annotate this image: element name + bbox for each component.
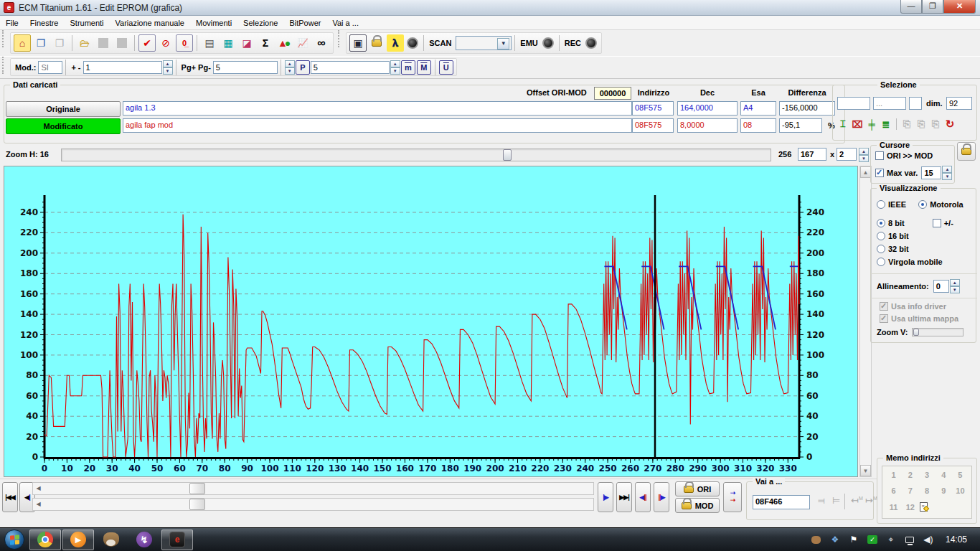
eprom-graph[interactable]: 0020204040606080801001001201201401401601…: [4, 166, 858, 477]
percent-spinner[interactable]: ▲▼: [390, 60, 400, 75]
cursor-position-field[interactable]: 167: [798, 148, 826, 161]
taskbar-bittorrent[interactable]: ↯: [128, 529, 160, 550]
menu-file[interactable]: File: [0, 16, 24, 30]
percent-field[interactable]: 5: [311, 61, 390, 74]
start-button[interactable]: [1, 529, 28, 550]
memo-10[interactable]: 10: [952, 486, 969, 497]
select-width-icon[interactable]: ╪: [864, 117, 879, 131]
scroll-thumb-bottom[interactable]: [189, 499, 205, 510]
next-diff-button[interactable]: ||▶: [654, 482, 669, 512]
memo-6[interactable]: 6: [885, 486, 902, 497]
no-entry-icon[interactable]: ⊘: [157, 34, 174, 52]
max-var-spinner[interactable]: ▲▼: [942, 166, 952, 180]
menu-selezione[interactable]: Selezione: [237, 16, 283, 30]
tray-satellite-icon[interactable]: ⌖: [885, 534, 897, 545]
menu-finestre[interactable]: Finestre: [24, 16, 65, 30]
tray-update-icon[interactable]: ❖: [829, 534, 841, 545]
refresh-icon[interactable]: ↻: [943, 117, 957, 131]
memo-2[interactable]: 2: [902, 471, 918, 481]
max-value-icon[interactable]: M: [417, 60, 431, 75]
tray-volume-icon[interactable]: ◀): [923, 534, 934, 545]
zoom-v-slider[interactable]: [912, 328, 963, 336]
menu-vai-a[interactable]: Vai a ...: [326, 16, 364, 30]
step-forward-button[interactable]: |▶: [598, 482, 613, 512]
graph-lock-button[interactable]: [957, 142, 976, 161]
cascade-windows-icon[interactable]: ❐: [32, 34, 50, 52]
min-value-icon[interactable]: m: [401, 60, 415, 75]
plusminus-checkbox[interactable]: [933, 219, 941, 227]
selection-end-field[interactable]: ...: [873, 97, 906, 110]
zoom-h-thumb[interactable]: [503, 149, 512, 161]
bit32-radio[interactable]: [877, 245, 885, 253]
run-walker-icon[interactable]: 𝛌: [387, 34, 404, 52]
vai-a-address-field[interactable]: 08F466: [753, 495, 810, 509]
minimize-button[interactable]: —: [900, 0, 922, 14]
virgola-radio[interactable]: [877, 258, 885, 266]
scroll-thumb-top[interactable]: [189, 483, 205, 494]
step-field[interactable]: 1: [83, 61, 162, 74]
home-icon[interactable]: ⌂: [14, 34, 31, 52]
scroll-down-icon[interactable]: ▼: [860, 465, 871, 476]
zoom-v-thumb[interactable]: [913, 329, 919, 336]
select-rows-icon[interactable]: ≣: [879, 117, 893, 131]
percent-p-icon[interactable]: P: [296, 60, 310, 75]
offset-ori-mod-value[interactable]: 000000: [594, 87, 631, 100]
motorola-radio[interactable]: [918, 200, 927, 209]
compare-chart-button[interactable]: ➝➝: [723, 482, 742, 512]
tray-flag-icon[interactable]: ⚑: [848, 534, 859, 545]
undo-icon[interactable]: U: [439, 60, 453, 75]
memo-note-icon[interactable]: ≡: [918, 503, 935, 514]
zoom-h-slider[interactable]: [61, 149, 771, 161]
bit8-radio[interactable]: [877, 219, 885, 227]
ori-lock-button[interactable]: ORI: [675, 481, 720, 496]
toolbar2-grip[interactable]: [2, 57, 5, 74]
modificato-button[interactable]: Modificato: [6, 118, 121, 134]
multiplier-field[interactable]: 2: [837, 148, 857, 161]
step-spinner[interactable]: ▲▼: [163, 60, 173, 75]
lock-icon[interactable]: [368, 34, 385, 52]
originale-name-field[interactable]: agila 1.3: [123, 101, 632, 116]
memo-12[interactable]: 12: [902, 503, 918, 514]
allineamento-spinner[interactable]: ▲▼: [950, 279, 960, 293]
edit-map-icon[interactable]: ◪: [238, 34, 255, 52]
ieee-radio[interactable]: [877, 200, 885, 209]
memo-1[interactable]: 1: [885, 471, 902, 481]
taskbar-chrome[interactable]: [29, 529, 61, 550]
bit16-radio[interactable]: [877, 232, 885, 240]
close-button[interactable]: ✕: [943, 0, 976, 14]
originale-button[interactable]: Originale: [6, 101, 121, 117]
scan-dropdown[interactable]: [456, 36, 512, 50]
memo-9[interactable]: 9: [936, 486, 952, 497]
memo-8[interactable]: 8: [918, 486, 935, 497]
memo-4[interactable]: 4: [936, 471, 952, 481]
max-var-field[interactable]: 15: [921, 166, 941, 179]
dim-value-field[interactable]: 92: [946, 97, 972, 110]
memo-5[interactable]: 5: [952, 471, 969, 481]
scrollbar-top[interactable]: ◀: [32, 482, 594, 495]
select-start-icon[interactable]: ⌶: [836, 117, 850, 131]
restore-button[interactable]: ❐: [922, 0, 943, 14]
memo-3[interactable]: 3: [918, 471, 935, 481]
go-first-button[interactable]: |◀◀: [2, 482, 18, 512]
memo-7[interactable]: 7: [902, 486, 918, 497]
max-var-checkbox[interactable]: [875, 169, 884, 177]
selection-extra-field[interactable]: [909, 97, 922, 110]
menu-variazione-manuale[interactable]: Variazione manuale: [110, 16, 190, 30]
open-file-icon[interactable]: 🗁: [76, 34, 93, 52]
sigma-icon[interactable]: Σ: [257, 34, 274, 52]
allineamento-field[interactable]: 0: [933, 280, 949, 293]
page-field[interactable]: 5: [213, 61, 278, 74]
scroll-up-icon[interactable]: ▲: [860, 166, 871, 178]
table-view-icon[interactable]: ▦: [220, 34, 237, 52]
prev-diff-button[interactable]: ◀||: [635, 482, 651, 512]
mod-field[interactable]: SI: [38, 61, 62, 74]
selection-start-field[interactable]: [837, 97, 870, 110]
memo-11[interactable]: 11: [885, 503, 902, 514]
taskbar-media-player[interactable]: ▶: [62, 529, 94, 550]
find-binoculars-icon[interactable]: ∞: [313, 34, 330, 52]
mod-lock-button[interactable]: MOD: [675, 498, 720, 513]
menu-strumenti[interactable]: Strumenti: [64, 16, 109, 30]
tray-network-icon[interactable]: [904, 534, 915, 545]
taskbar-emule[interactable]: [95, 529, 127, 550]
scrollbar-bottom[interactable]: ◀: [32, 498, 594, 511]
